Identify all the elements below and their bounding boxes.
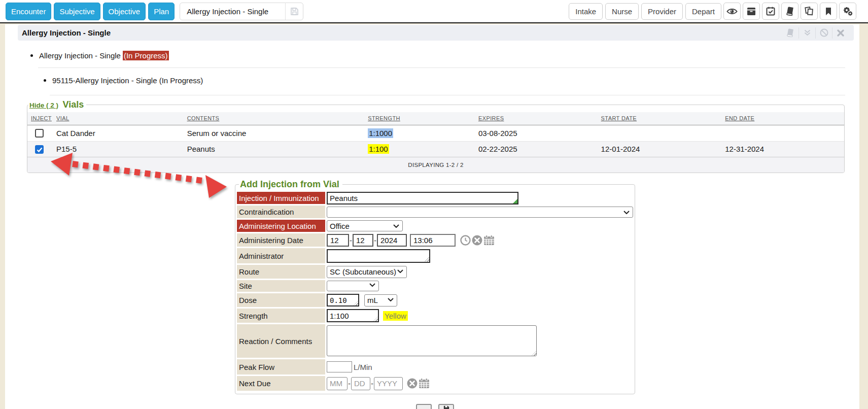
panel-title: Allergy Injection - Single <box>18 28 111 37</box>
order-item-title: Allergy Injection - Single <box>39 51 121 60</box>
site-label: Site <box>237 280 325 292</box>
route-select[interactable]: SC (Subcutaneous) <box>327 266 407 278</box>
injection-input[interactable]: Peanuts <box>327 192 518 204</box>
annotation-arrow <box>43 149 236 204</box>
vial-expires: 03-08-2025 <box>475 125 598 141</box>
order-item: Allergy Injection - Single (In Progress) <box>30 51 169 60</box>
reaction-comments-textarea[interactable] <box>327 325 537 356</box>
col-strength[interactable]: STRENGTH <box>364 112 475 125</box>
site-select[interactable] <box>327 281 379 291</box>
eye-icon[interactable] <box>723 3 741 20</box>
vial-expires: 02-22-2025 <box>475 141 598 157</box>
inject-checkbox-checked[interactable] <box>35 145 44 154</box>
administering-location-label: Administering Location <box>237 220 325 232</box>
injection-label: Injection / Immunization <box>237 192 325 204</box>
next-due-label: Next Due <box>237 376 325 391</box>
order-sub-item-title: 95115-Allergy Injection - Single (In Pro… <box>52 76 203 85</box>
vial-row-cat-dander: Cat Dander Serum or vaccine 1:1000 03-08… <box>27 125 844 141</box>
form-title: Add Injection from Vial <box>239 179 342 190</box>
dose-label: Dose <box>237 293 325 307</box>
cancel-circle-icon[interactable] <box>815 27 832 39</box>
book-icon[interactable] <box>781 3 798 20</box>
panel-header: Allergy Injection - Single <box>18 25 854 41</box>
col-end-date[interactable]: END DATE <box>721 112 844 125</box>
vial-contents: Serum or vaccine <box>184 125 365 141</box>
bottom-button-2[interactable] <box>438 404 454 409</box>
contraindication-label: Contraindication <box>237 206 325 218</box>
order-sub-item: 95115-Allergy Injection - Single (In Pro… <box>44 76 203 85</box>
reaction-comments-label: Reaction / Comments <box>237 324 325 358</box>
intake-button[interactable]: Intake <box>569 3 603 20</box>
bottom-button-1[interactable] <box>416 404 432 409</box>
administering-location-select[interactable]: Office <box>327 220 403 231</box>
hide-vials-link[interactable]: Hide ( 2 ) <box>29 101 58 109</box>
strength-input[interactable]: 1:100 <box>327 309 379 322</box>
next-due-calendar-icon[interactable] <box>419 378 430 389</box>
vial-end-date: 12-31-2024 <box>721 141 844 157</box>
document-title: Allergy Injection - Single <box>180 7 285 16</box>
date-time-input[interactable]: 13:06 <box>410 234 456 247</box>
col-expires[interactable]: EXPIRES <box>475 112 598 125</box>
peak-flow-unit: L/Min <box>354 363 372 371</box>
vial-start-date <box>598 125 722 141</box>
archive-box-icon[interactable] <box>743 3 760 20</box>
contraindication-select[interactable] <box>327 207 633 218</box>
col-inject[interactable]: INJECT <box>27 112 53 125</box>
vial-strength: 1:100 <box>368 144 389 154</box>
panel-book-icon[interactable] <box>782 27 798 39</box>
top-toolbar: Encounter Subjective Objective Plan Alle… <box>0 0 868 23</box>
bookmark-icon[interactable] <box>820 3 837 20</box>
clear-next-due-icon[interactable] <box>407 378 418 389</box>
encounter-button[interactable]: Encounter <box>6 3 51 20</box>
vial-strength: 1:1000 <box>368 128 393 138</box>
save-icon[interactable] <box>286 7 303 16</box>
status-badge: (In Progress) <box>123 51 169 60</box>
close-x-icon[interactable] <box>832 27 849 39</box>
date-year-input[interactable]: 2024 <box>377 234 407 247</box>
clear-date-icon[interactable] <box>472 235 482 246</box>
dose-unit-select[interactable]: mL <box>364 294 397 306</box>
administrator-input[interactable] <box>327 249 430 263</box>
vials-section-title: Vials <box>62 99 84 110</box>
col-vial[interactable]: VIAL <box>53 112 184 125</box>
strength-color-note: Yellow <box>383 311 408 321</box>
administrator-label: Administrator <box>237 248 325 263</box>
time-clock-icon[interactable] <box>460 235 471 246</box>
depart-button[interactable]: Depart <box>685 3 721 20</box>
next-due-year-input[interactable]: YYYY <box>374 377 403 390</box>
peak-flow-label: Peak Flow <box>237 359 325 374</box>
vials-header-row: INJECT VIAL CONTENTS STRENGTH EXPIRES ST… <box>27 112 844 125</box>
inject-checkbox[interactable] <box>35 129 44 138</box>
next-due-month-input[interactable]: MM <box>327 377 348 390</box>
calendar-picker-icon[interactable] <box>483 235 495 246</box>
peak-flow-input[interactable] <box>327 361 352 372</box>
vial-name: Cat Dander <box>53 125 184 141</box>
document-title-box[interactable]: Allergy Injection - Single <box>180 3 303 20</box>
date-day-input[interactable]: 12 <box>353 234 373 247</box>
objective-button[interactable]: Objective <box>103 3 146 20</box>
route-label: Route <box>237 265 325 279</box>
col-contents[interactable]: CONTENTS <box>184 112 365 125</box>
gears-icon[interactable] <box>839 3 856 20</box>
add-injection-form: Add Injection from Vial Injection / Immu… <box>235 179 635 394</box>
collapse-double-chevron-icon[interactable] <box>798 27 815 39</box>
col-start-date[interactable]: START DATE <box>598 112 722 125</box>
dose-input[interactable]: 0.10 <box>327 294 359 306</box>
plan-button[interactable]: Plan <box>148 3 175 20</box>
subjective-button[interactable]: Subjective <box>54 3 100 20</box>
vial-end-date <box>721 125 844 141</box>
nurse-button[interactable]: Nurse <box>605 3 639 20</box>
vial-start-date: 12-01-2024 <box>598 141 722 157</box>
copy-pages-icon[interactable] <box>801 3 818 20</box>
provider-button[interactable]: Provider <box>641 3 683 20</box>
calendar-check-icon[interactable] <box>762 3 779 20</box>
date-month-input[interactable]: 12 <box>327 234 349 247</box>
administering-date-label: Administering Date <box>237 233 325 247</box>
strength-label: Strength <box>237 309 325 323</box>
next-due-day-input[interactable]: DD <box>351 377 370 390</box>
